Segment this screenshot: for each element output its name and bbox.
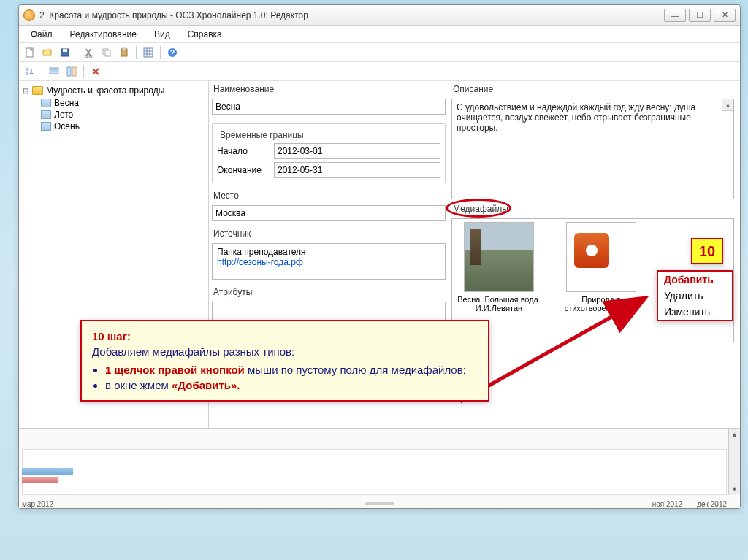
end-label: Окончание: [217, 165, 268, 175]
attributes-label: Атрибуты: [212, 287, 446, 297]
timeline-tick: ноя 2012: [652, 500, 683, 508]
app-icon: [23, 9, 35, 21]
source-link[interactable]: http://сезоны-года.рф: [217, 257, 303, 267]
svg-rect-9: [144, 48, 153, 57]
resize-grip-icon[interactable]: [365, 502, 394, 505]
scroll-up-icon[interactable]: ▲: [722, 99, 733, 111]
start-input[interactable]: [274, 143, 440, 159]
timebounds-group: Временные границы Начало Окончание: [212, 123, 446, 183]
timeline-scrollbar[interactable]: ▲ ▼: [728, 429, 740, 495]
context-menu-delete[interactable]: Удалить: [658, 288, 732, 304]
svg-rect-14: [50, 68, 58, 70]
menu-edit[interactable]: Редактирование: [63, 27, 144, 42]
svg-text:?: ?: [170, 49, 175, 57]
open-button[interactable]: [39, 45, 56, 61]
window-title: 2_Красота и мудрость природы - ОСЗ Хроно…: [39, 10, 308, 20]
collapse-button[interactable]: [46, 64, 62, 80]
context-menu-edit[interactable]: Изменить: [658, 304, 732, 320]
tree-item-label: Осень: [54, 121, 80, 131]
callout-bullet1-bold: 1 щелчок правой кнопкой: [105, 364, 245, 376]
source-label: Источник: [212, 229, 446, 239]
end-input[interactable]: [274, 162, 440, 178]
event-icon: [41, 99, 51, 107]
tree-item-leto[interactable]: Лето: [41, 109, 205, 120]
cut-button[interactable]: [81, 45, 97, 61]
description-text: С удовольствием и надеждой каждый год жд…: [457, 102, 695, 133]
menu-view[interactable]: Вид: [147, 27, 178, 42]
folder-icon: [32, 86, 43, 95]
main-toolbar: ?: [19, 43, 740, 62]
menu-help[interactable]: Справка: [180, 27, 229, 42]
grid-button[interactable]: [140, 45, 156, 61]
scroll-up-icon[interactable]: ▲: [729, 429, 740, 440]
timeline-body[interactable]: [22, 449, 727, 495]
menu-file[interactable]: Файл: [23, 27, 60, 42]
event-icon: [41, 110, 51, 119]
name-label: Наименование: [212, 84, 446, 94]
name-input[interactable]: [212, 99, 446, 115]
svg-rect-6: [105, 50, 110, 56]
collapse-icon[interactable]: ⊟: [22, 87, 29, 95]
presentation-thumbnail-icon: [566, 222, 636, 292]
maximize-button[interactable]: ☐: [689, 9, 711, 22]
media-caption: Весна. Большая вода. И.И.Левитан: [455, 295, 543, 312]
close-button[interactable]: ✕: [714, 9, 736, 22]
tree-item-vesna[interactable]: Весна: [41, 97, 205, 109]
save-button[interactable]: [57, 45, 73, 61]
new-button[interactable]: [22, 45, 38, 61]
media-caption: Природа в стихотворениях рус: [557, 295, 645, 312]
instruction-callout: 10 шаг: Добавляем медиафайлы разных типо…: [80, 320, 489, 402]
context-menu: Добавить Удалить Изменить: [657, 270, 733, 321]
svg-text:9: 9: [26, 72, 28, 76]
tree-item-label: Лето: [54, 110, 73, 120]
sort-button[interactable]: 09: [22, 64, 38, 80]
timebounds-title: Временные границы: [217, 130, 307, 140]
media-item-2[interactable]: Природа в стихотворениях рус: [557, 222, 645, 312]
timeline-tick: дек 2012: [697, 500, 727, 508]
place-label: Место: [212, 191, 446, 201]
callout-bullet1-rest: мыши: [245, 364, 281, 376]
callout-bullet2-red: «Добавить».: [172, 379, 240, 391]
start-label: Начало: [217, 146, 268, 156]
tree-root-label: Мудрость и красота природы: [46, 85, 164, 96]
timeline-bar[interactable]: [22, 468, 73, 475]
place-input[interactable]: [212, 205, 446, 221]
timeline-tick: мар 2012: [22, 500, 53, 508]
timeline-pane: ▲ ▼ мар 2012 ноя 2012 дек 2012: [19, 428, 740, 508]
delete-button[interactable]: [88, 64, 104, 80]
media-item-1[interactable]: Весна. Большая вода. И.И.Левитан: [455, 222, 543, 312]
help-button[interactable]: ?: [164, 45, 180, 61]
callout-title: 10 шаг:: [92, 330, 131, 342]
source-box[interactable]: Папка преподавателя http://сезоны-года.р…: [212, 243, 446, 280]
media-label: Медиафайлы: [451, 204, 734, 214]
step-badge: 10: [691, 238, 723, 264]
scroll-down-icon[interactable]: ▼: [729, 483, 740, 495]
description-label: Описание: [451, 84, 734, 94]
sub-toolbar: 09: [19, 62, 740, 81]
event-icon: [41, 122, 51, 131]
menubar: Файл Редактирование Вид Справка: [19, 26, 740, 43]
callout-bullet1-blue: по пустому полю для медиафайлов;: [281, 364, 466, 376]
svg-rect-15: [50, 72, 58, 74]
svg-rect-2: [63, 49, 67, 52]
svg-rect-8: [123, 48, 126, 50]
tree-item-osen[interactable]: Осень: [41, 120, 205, 132]
callout-bullet2-pre: в окне жмем: [105, 379, 172, 391]
callout-main: Добавляем медиафайлы разных типов:: [92, 345, 294, 358]
app-window: 2_Красота и мудрость природы - ОСЗ Хроно…: [18, 4, 741, 509]
copy-button[interactable]: [99, 45, 115, 61]
titlebar: 2_Красота и мудрость природы - ОСЗ Хроно…: [19, 5, 740, 26]
timeline-bar[interactable]: [22, 477, 58, 483]
svg-rect-16: [67, 67, 71, 76]
tree-root[interactable]: ⊟ Мудрость и красота природы: [22, 85, 205, 96]
context-menu-add[interactable]: Добавить: [658, 272, 732, 288]
source-text: Папка преподавателя: [217, 247, 440, 257]
image-thumbnail-icon: [464, 222, 534, 292]
tree-item-label: Весна: [54, 98, 79, 108]
minimize-button[interactable]: —: [664, 9, 686, 22]
paste-button[interactable]: [116, 45, 132, 61]
svg-rect-17: [72, 67, 76, 76]
description-box[interactable]: С удовольствием и надеждой каждый год жд…: [451, 99, 734, 199]
cards-button[interactable]: [64, 64, 80, 80]
